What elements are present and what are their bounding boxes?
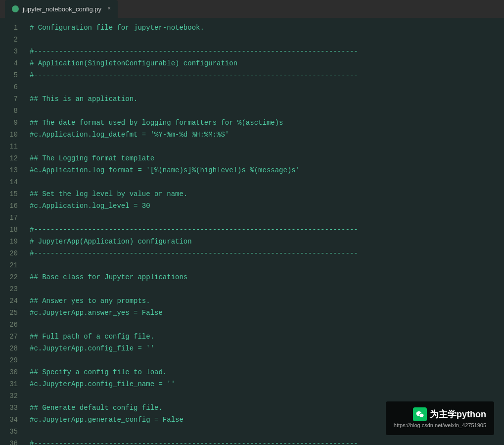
code-line: ## Set the log level by value or name. — [30, 188, 504, 200]
code-line: #c.Application.log_format = '[%(name)s]%… — [30, 164, 504, 176]
code-content[interactable]: # Configuration file for jupyter-noteboo… — [26, 18, 504, 445]
line-number: 30 — [0, 366, 26, 378]
code-line — [30, 81, 504, 93]
code-line — [30, 259, 504, 271]
code-line — [30, 354, 504, 366]
code-line: ## Full path of a config file. — [30, 331, 504, 343]
line-number: 23 — [0, 283, 26, 295]
code-line: #c.JupyterApp.answer_yes = False — [30, 307, 504, 319]
tab-file-icon — [12, 5, 19, 12]
line-number: 3 — [0, 46, 26, 57]
code-line: # JupyterApp(Application) configuration — [30, 236, 504, 247]
line-number: 1 — [0, 22, 26, 34]
code-line: #c.Application.log_datefmt = '%Y-%m-%d %… — [30, 129, 504, 141]
line-number: 19 — [0, 236, 26, 247]
code-line: # Application(SingletonConfigurable) con… — [30, 57, 504, 69]
code-line: #---------------------------------------… — [30, 69, 504, 81]
active-tab[interactable]: jupyter_notebook_config.py × — [5, 0, 118, 18]
code-line: # Configuration file for jupyter-noteboo… — [30, 22, 504, 34]
line-number: 26 — [0, 319, 26, 331]
code-line: #---------------------------------------… — [30, 224, 504, 236]
code-line — [30, 319, 504, 331]
line-number: 28 — [0, 343, 26, 354]
title-bar: jupyter_notebook_config.py × — [0, 0, 504, 18]
tab-close-button[interactable]: × — [107, 5, 111, 12]
line-number: 35 — [0, 426, 26, 438]
line-number: 6 — [0, 81, 26, 93]
code-line — [30, 176, 504, 188]
line-number: 33 — [0, 402, 26, 414]
line-number: 24 — [0, 295, 26, 307]
line-number: 10 — [0, 129, 26, 141]
code-line: ## The date format used by logging forma… — [30, 117, 504, 129]
line-number: 8 — [0, 105, 26, 117]
line-number: 12 — [0, 152, 26, 164]
line-number: 29 — [0, 354, 26, 366]
code-line: ## This is an application. — [30, 93, 504, 105]
code-line: ## The Logging format template — [30, 152, 504, 164]
line-number: 32 — [0, 390, 26, 402]
editor-container: 1234567891011121314151617181920212223242… — [0, 18, 504, 445]
code-line: #---------------------------------------… — [30, 46, 504, 57]
line-number: 9 — [0, 117, 26, 129]
line-number: 13 — [0, 164, 26, 176]
code-line: #---------------------------------------… — [30, 247, 504, 259]
watermark-title: 为主学python — [430, 408, 486, 420]
code-line — [30, 105, 504, 117]
line-number: 31 — [0, 378, 26, 390]
line-number: 2 — [0, 34, 26, 46]
watermark-url: https://blog.csdn.net/weixin_42751905 — [394, 422, 486, 428]
watermark: 为主学python https://blog.csdn.net/weixin_4… — [386, 401, 494, 435]
line-number: 34 — [0, 414, 26, 426]
line-number: 27 — [0, 331, 26, 343]
code-line: #---------------------------------------… — [30, 438, 504, 445]
line-number: 7 — [0, 93, 26, 105]
line-numbers-gutter: 1234567891011121314151617181920212223242… — [0, 18, 26, 445]
line-number: 22 — [0, 271, 26, 283]
line-number: 11 — [0, 141, 26, 152]
line-number: 18 — [0, 224, 26, 236]
code-line: ## Specify a config file to load. — [30, 366, 504, 378]
line-number: 25 — [0, 307, 26, 319]
code-line: #c.JupyterApp.config_file = '' — [30, 343, 504, 354]
line-number: 14 — [0, 176, 26, 188]
code-line: #c.Application.log_level = 30 — [30, 200, 504, 212]
line-number: 16 — [0, 200, 26, 212]
code-line: ## Base class for Jupyter applications — [30, 271, 504, 283]
line-number: 21 — [0, 259, 26, 271]
line-number: 4 — [0, 57, 26, 69]
line-number: 36 — [0, 438, 26, 445]
line-number: 15 — [0, 188, 26, 200]
tab-filename: jupyter_notebook_config.py — [23, 5, 101, 13]
line-number: 5 — [0, 69, 26, 81]
line-number: 17 — [0, 212, 26, 224]
code-line: #c.JupyterApp.config_file_name = '' — [30, 378, 504, 390]
code-line — [30, 34, 504, 46]
code-line — [30, 212, 504, 224]
wechat-icon — [413, 407, 427, 421]
code-line — [30, 390, 504, 402]
code-line — [30, 283, 504, 295]
line-number: 20 — [0, 247, 26, 259]
code-line — [30, 141, 504, 152]
code-line: ## Answer yes to any prompts. — [30, 295, 504, 307]
